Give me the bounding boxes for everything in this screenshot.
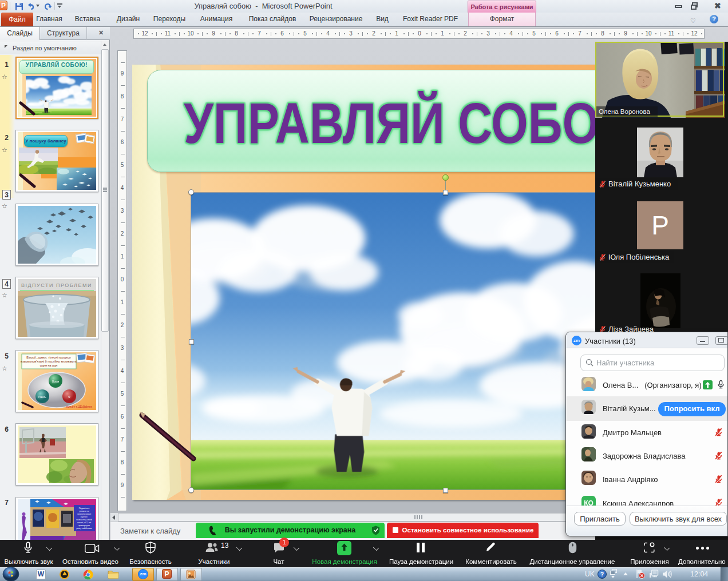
svg-text:ВІДПУСТИ ПРОБЛЕМИ: ВІДПУСТИ ПРОБЛЕМИ (21, 282, 92, 288)
svg-text:увагу найбільше: увагу найбільше (76, 527, 92, 530)
svg-text:позначте у своїй: позначте у своїй (76, 519, 92, 521)
svg-text:голові, ні 2, які: голові, ні 2, які (77, 522, 91, 524)
svg-text:картки і: картки і (81, 516, 88, 518)
svg-text:один на одн: один на одн (40, 364, 58, 367)
svg-text:взаємопов'язані й постійно впл: взаємопов'язані й постійно впливають (21, 360, 77, 363)
svg-text:Емоції, думки, тілесні процеси: Емоції, думки, тілесні процеси (26, 356, 70, 359)
svg-text:Орган: Орган (52, 380, 60, 383)
svg-text:запропоновані: запропоновані (77, 513, 91, 515)
svg-text:уважно на: уважно на (79, 510, 89, 512)
svg-text:Різель: Різель (38, 396, 46, 399)
svg-text:привернули: привернули (78, 524, 90, 527)
svg-text:Ф: Ф (68, 396, 70, 399)
svg-text:Подивіться: Подивіться (79, 507, 90, 510)
svg-text:www.b-t-r.1111@ukr.ne: www.b-t-r.1111@ukr.ne (66, 405, 92, 408)
